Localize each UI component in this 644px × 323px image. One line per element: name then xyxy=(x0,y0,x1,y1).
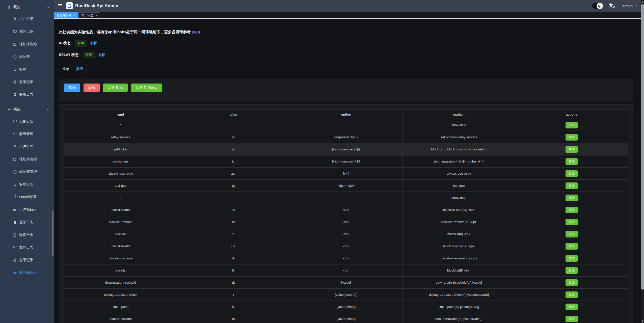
cell-cmd: blacklist-remove xyxy=(64,216,177,228)
chevron-up-icon[interactable] xyxy=(46,5,50,9)
sidebar-item-0-3[interactable]: 地址簿 xyxy=(0,50,54,63)
cell-alias: tg xyxy=(177,180,290,192)
send-button[interactable]: 发送 xyxy=(566,231,578,237)
table-row: ip-changesic[<id>|<number>] [-]ip-change… xyxy=(64,155,628,168)
tab-0[interactable]: 简单 xyxy=(59,64,73,74)
sidebar-item-1-12[interactable]: 服务端命令 xyxy=(0,266,54,279)
dark-mode-toggle[interactable] xyxy=(592,3,603,9)
close-icon[interactable]: × xyxy=(74,14,76,17)
toolbar-button-1[interactable]: 添加 xyxy=(84,84,100,92)
page-scrollbar-thumb[interactable] xyxy=(641,4,644,290)
toggle-knob xyxy=(597,3,603,9)
sidebar-item-1-5[interactable]: 标签管理 xyxy=(0,178,54,191)
collection-icon xyxy=(13,157,17,161)
sidebar-item-1-1[interactable]: 群组管理 xyxy=(0,128,54,140)
scroll-down-icon[interactable] xyxy=(641,319,644,323)
sidebar-item-0-5[interactable]: 分享记录 xyxy=(0,76,54,88)
sidebar-item-0-2[interactable]: 地址簿名称 xyxy=(0,38,54,50)
scroll-up-icon[interactable] xyxy=(641,0,644,4)
send-button[interactable]: 发送 xyxy=(566,267,578,274)
cell-actions: 发送 xyxy=(515,143,628,155)
sidebar-item-1-8[interactable]: 登录日志 xyxy=(0,216,54,229)
cell-explain: test geo xyxy=(402,180,515,192)
main-area: RustDesk Api Admin 文A admin 服务端命令×用户信息× … xyxy=(54,0,644,323)
sidebar-item-label: 地址簿名称 xyxy=(19,42,37,46)
tab-tag-0[interactable]: 服务端命令× xyxy=(54,12,78,18)
page-scrollbar[interactable] xyxy=(641,0,644,323)
table-row: blocklistB<ip>blocklist(B) <ip>发送 xyxy=(64,264,628,277)
send-button[interactable]: 发送 xyxy=(566,255,578,262)
send-button[interactable]: 发送 xyxy=(566,279,578,286)
sidebar-item-0-1[interactable]: 我的设备 xyxy=(0,25,54,38)
notebook-icon xyxy=(13,170,17,174)
send-button[interactable]: 发送 xyxy=(566,122,578,128)
cell-option: <ip1> <ip2> xyxy=(290,180,402,192)
bookmark-icon xyxy=(13,182,17,186)
chevron-up-icon[interactable] xyxy=(46,107,50,112)
send-button[interactable]: 发送 xyxy=(566,182,578,189)
chevron-down-icon xyxy=(634,4,637,7)
sidebar-item-1-10[interactable]: 文件日志 xyxy=(0,241,54,254)
cell-option: [<ip>|<number>] [-] xyxy=(290,143,402,155)
cell-cmd: ip-changes xyxy=(64,155,177,168)
close-icon[interactable]: × xyxy=(96,14,98,17)
relay-refresh-link[interactable]: 刷新 xyxy=(98,53,105,57)
toolbar-button-0[interactable]: 筛选 xyxy=(64,84,80,92)
cell-option xyxy=(290,119,402,131)
sidebar-item-1-9[interactable]: 连接日志 xyxy=(0,229,54,241)
cell-explain: always use relay xyxy=(402,168,515,180)
cell-cmd: blocklist-remove xyxy=(64,252,177,264)
language-switch-icon[interactable]: 文A xyxy=(609,3,615,8)
sidebar: 我的用户信息我的设备地址簿名称地址簿标签分享记录登录日志系统设备管理群组管理用户… xyxy=(0,0,54,323)
cell-explain: downgrade-start-check(t) [value(second)] xyxy=(402,289,515,301)
send-button[interactable]: 发送 xyxy=(566,243,578,250)
sidebar-item-label: 地址簿 xyxy=(19,55,30,59)
cell-explain: blocklist-remove(Br) <ip> xyxy=(402,252,515,264)
cell-explain: blacklist-remove(br) <ip> xyxy=(402,216,515,228)
send-button[interactable]: 发送 xyxy=(566,316,578,322)
column-header-actions: actions xyxy=(515,110,628,119)
sidebar-item-1-6[interactable]: Oauth管理 xyxy=(0,191,54,203)
wiki-link[interactable]: WIKI xyxy=(192,30,200,34)
relay-status-row: RELAY 状态: 可用 刷新 xyxy=(59,52,633,58)
cell-alias: rs xyxy=(177,131,290,143)
sidebar-item-1-4[interactable]: 地址簿管理 xyxy=(0,166,54,178)
tab-1[interactable]: 高级 xyxy=(73,64,87,74)
cell-alias: t xyxy=(177,289,290,301)
tab-tag-1[interactable]: 用户信息× xyxy=(79,12,100,18)
cell-option: [y|n] xyxy=(290,168,402,180)
send-button[interactable]: 发送 xyxy=(566,219,578,225)
sidebar-section-1[interactable]: 系统 xyxy=(0,101,54,115)
toolbar-button-2[interactable]: 发送 To Id xyxy=(103,84,128,92)
user-menu[interactable]: admin xyxy=(622,4,637,8)
link-icon xyxy=(13,195,17,199)
cell-alias: dt xyxy=(177,277,290,289)
column-header-cmd: cmd xyxy=(64,110,177,119)
sidebar-scrollbar-thumb[interactable] xyxy=(52,211,53,256)
send-button[interactable]: 发送 xyxy=(566,146,578,153)
send-button[interactable]: 发送 xyxy=(566,134,578,141)
sidebar-item-label: 文件日志 xyxy=(19,245,33,250)
sidebar-item-1-3[interactable]: 地址簿名称 xyxy=(0,153,54,166)
id-refresh-link[interactable]: 刷新 xyxy=(90,41,97,45)
send-button[interactable]: 发送 xyxy=(566,291,578,298)
cell-option: <ip> xyxy=(290,228,402,240)
sidebar-section-0[interactable]: 我的 xyxy=(0,2,54,13)
table-row: blacklist-removebr<ip>blacklist-remove(b… xyxy=(64,216,628,228)
sidebar-item-1-11[interactable]: 分享记录 xyxy=(0,254,54,266)
hamburger-menu-icon[interactable] xyxy=(58,3,63,8)
sidebar-item-0-0[interactable]: 用户信息 xyxy=(0,13,54,25)
table-row: limit-speedls[value(Mb/s)]limit-speed(ls… xyxy=(64,301,628,313)
clipboard-icon xyxy=(13,93,17,97)
send-button[interactable]: 发送 xyxy=(566,158,578,165)
send-button[interactable]: 发送 xyxy=(566,195,578,201)
send-button[interactable]: 发送 xyxy=(566,170,578,177)
send-button[interactable]: 发送 xyxy=(566,304,578,310)
sidebar-item-0-4[interactable]: 标签 xyxy=(0,63,54,76)
send-button[interactable]: 发送 xyxy=(566,207,578,213)
sidebar-item-1-0[interactable]: 设备管理 xyxy=(0,115,54,128)
sidebar-item-1-2[interactable]: 用户管理 xyxy=(0,140,54,153)
toolbar-button-3[interactable]: 发送 To Relay xyxy=(131,84,162,92)
sidebar-item-1-7[interactable]: 用户Token xyxy=(0,203,54,216)
sidebar-item-0-6[interactable]: 登录日志 xyxy=(0,88,54,101)
